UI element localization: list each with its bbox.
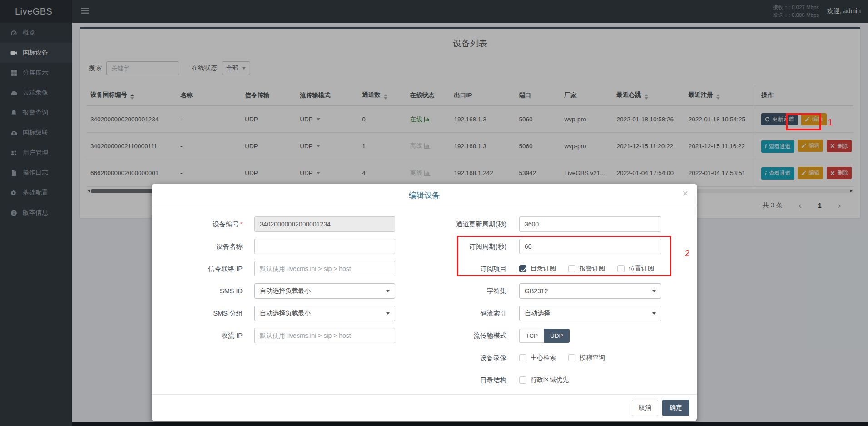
stream-index-select[interactable]: 自动选择 [519, 306, 661, 321]
fuzzy-query-checkbox[interactable]: 模糊查询 [568, 354, 605, 362]
cancel-button[interactable]: 取消 [632, 400, 658, 416]
checkbox-icon [519, 354, 526, 361]
required-asterisk: * [240, 221, 243, 228]
stream-transport-toggle: TCP UDP [519, 329, 570, 343]
tcp-toggle-button[interactable]: TCP [519, 329, 544, 343]
stream-receive-ip-field[interactable] [254, 328, 395, 343]
device-id-label: 设备编号* [152, 220, 254, 229]
signal-contact-ip-field[interactable] [254, 261, 395, 276]
modal-footer: 取消 确定 [152, 394, 697, 421]
edit-device-modal: 编辑设备 × 设备编号* 设备名称 信令联络 IP SMS ID 自动选择负载最… [152, 184, 697, 421]
chevron-down-icon [386, 290, 390, 292]
admin-region-priority-checkbox[interactable]: 行政区域优先 [519, 376, 569, 384]
stream-index-label: 码流索引 [424, 309, 519, 318]
chevron-down-icon [652, 312, 656, 315]
device-id-field [254, 216, 395, 232]
close-icon[interactable]: × [682, 189, 688, 199]
stream-transport-label: 流传输模式 [424, 331, 519, 340]
annotation-box-1 [786, 113, 821, 130]
annotation-box-2 [457, 236, 671, 276]
charset-select[interactable]: GB2312 [519, 283, 661, 299]
annotation-label-2: 2 [685, 248, 690, 258]
sms-group-select[interactable]: 自动选择负载最小 [254, 306, 395, 321]
center-search-checkbox[interactable]: 中心检索 [519, 354, 556, 362]
chevron-down-icon [652, 290, 656, 292]
annotation-label-1: 1 [828, 117, 833, 128]
sms-group-label: SMS 分组 [152, 309, 254, 318]
modal-header: 编辑设备 × [152, 184, 697, 207]
sms-id-label: SMS ID [152, 287, 254, 295]
device-name-field[interactable] [254, 239, 395, 254]
modal-title: 编辑设备 [409, 190, 440, 200]
device-name-label: 设备名称 [152, 242, 254, 251]
channel-update-period-label: 通道更新周期(秒) [424, 220, 519, 229]
charset-label: 字符集 [424, 287, 519, 296]
confirm-button[interactable]: 确定 [662, 400, 689, 416]
stream-receive-ip-label: 收流 IP [152, 331, 254, 340]
signal-contact-ip-label: 信令联络 IP [152, 265, 254, 273]
form-column-left: 设备编号* 设备名称 信令联络 IP SMS ID 自动选择负载最小 SMS 分… [152, 216, 424, 395]
device-record-label: 设备录像 [424, 354, 519, 362]
chevron-down-icon [386, 312, 390, 315]
checkbox-icon [568, 354, 575, 361]
udp-toggle-button[interactable]: UDP [544, 329, 570, 343]
sms-id-select[interactable]: 自动选择负载最小 [254, 283, 395, 299]
checkbox-icon [519, 376, 526, 384]
channel-update-period-field[interactable] [519, 216, 661, 232]
catalog-structure-label: 目录结构 [424, 376, 519, 385]
